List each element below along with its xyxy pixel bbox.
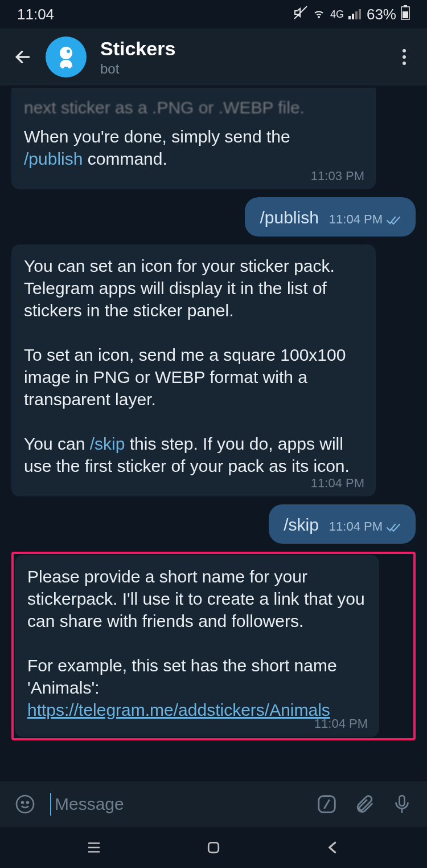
command-link[interactable]: /skip — [90, 434, 125, 453]
status-right: 4G 63% — [294, 5, 410, 24]
back-button[interactable] — [11, 46, 34, 68]
slash-command-button[interactable] — [314, 792, 339, 817]
incoming-message[interactable]: You can set an icon for your sticker pac… — [11, 244, 376, 496]
svg-point-10 — [60, 47, 72, 59]
chat-header: Stickers bot — [0, 28, 427, 85]
chat-area[interactable]: next sticker as a .PNG or .WEBP file. Wh… — [0, 85, 427, 740]
message-time: 11:04 PM — [329, 212, 401, 227]
svg-rect-8 — [403, 11, 408, 18]
svg-line-18 — [324, 800, 330, 809]
more-options-button[interactable] — [393, 49, 416, 65]
message-text: /publish — [260, 206, 318, 229]
svg-rect-19 — [400, 796, 405, 806]
status-bar: 11:04 4G 63% — [0, 0, 427, 28]
mic-button[interactable] — [389, 792, 414, 817]
message-time: 11:04 PM — [314, 716, 368, 731]
svg-rect-5 — [359, 9, 361, 19]
chat-title: Stickers — [100, 38, 381, 60]
battery-icon — [401, 5, 410, 24]
svg-point-1 — [318, 17, 319, 18]
svg-rect-3 — [352, 14, 354, 19]
highlighted-region: Please provide a short name for your sti… — [11, 552, 416, 740]
network-type: 4G — [330, 9, 344, 21]
read-checks-icon — [386, 521, 401, 532]
incoming-message[interactable]: Please provide a short name for your sti… — [15, 555, 379, 737]
read-checks-icon — [386, 214, 401, 225]
svg-point-15 — [22, 802, 23, 804]
message-time: 11:04 PM — [329, 519, 401, 534]
wifi-icon — [312, 6, 326, 23]
svg-point-16 — [27, 802, 28, 804]
svg-point-13 — [68, 65, 71, 68]
system-nav-bar — [0, 827, 427, 868]
message-text-cutoff: next sticker as a .PNG or .WEBP file. — [24, 98, 363, 117]
incoming-message[interactable]: next sticker as a .PNG or .WEBP file. Wh… — [11, 88, 376, 189]
svg-point-14 — [17, 796, 34, 813]
text-cursor — [50, 793, 51, 816]
message-time: 11:03 PM — [311, 169, 364, 184]
mute-icon — [294, 6, 307, 23]
message-input-bar: Message — [0, 781, 427, 827]
attach-button[interactable] — [352, 792, 377, 817]
chat-subtitle: bot — [100, 61, 381, 77]
nav-recents-button[interactable] — [77, 836, 111, 859]
header-title-area[interactable]: Stickers bot — [98, 38, 381, 77]
battery-pct: 63% — [367, 6, 396, 23]
url-link[interactable]: https://telegram.me/addstickers/Animals — [27, 700, 330, 719]
message-text: You can set an icon for your sticker pac… — [24, 255, 363, 477]
svg-rect-4 — [355, 11, 358, 19]
svg-point-11 — [67, 50, 70, 53]
outgoing-message[interactable]: /skip 11:04 PM — [269, 504, 416, 544]
outgoing-message[interactable]: /publish 11:04 PM — [245, 197, 416, 237]
message-input[interactable]: Message — [50, 793, 302, 816]
avatar[interactable] — [46, 36, 87, 78]
svg-rect-24 — [208, 842, 219, 853]
message-text: Please provide a short name for your sti… — [27, 565, 367, 721]
message-time: 11:04 PM — [311, 476, 364, 491]
message-text: /skip — [284, 514, 319, 536]
input-placeholder: Message — [55, 794, 124, 814]
command-link[interactable]: /publish — [24, 149, 83, 168]
status-time: 11:04 — [17, 6, 54, 23]
svg-rect-2 — [348, 16, 351, 19]
emoji-button[interactable] — [13, 792, 38, 817]
svg-point-12 — [61, 65, 64, 68]
signal-icon — [348, 6, 362, 23]
nav-home-button[interactable] — [196, 836, 231, 859]
nav-back-button[interactable] — [316, 836, 350, 859]
